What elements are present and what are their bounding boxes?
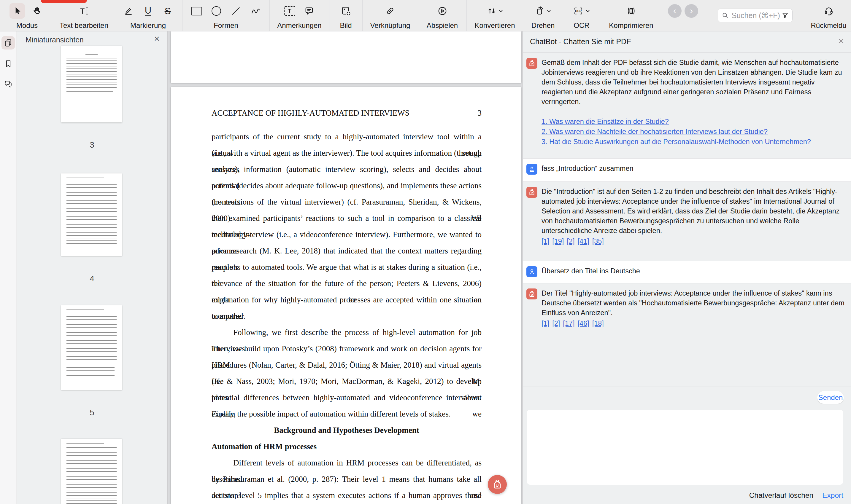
toolbar-group-abspielen: Abspielen (418, 0, 467, 31)
pdf-canvas[interactable]: ACCEPTANCE OF HIGHLY-AUTOMATED INTERVIEW… (168, 32, 522, 504)
pdf-page-number: 3 (478, 108, 482, 118)
toolbar-group-feedback: Rückmeldu (806, 0, 851, 31)
rectangle-tool-button[interactable] (189, 3, 205, 19)
rectangle-icon (191, 7, 202, 15)
search-input[interactable] (731, 11, 782, 20)
link-tool-button[interactable] (382, 3, 398, 19)
toolbar-group-modus: Modus (0, 0, 54, 31)
pdf-line: the reactions of the virtual interviewer… (212, 194, 482, 210)
line-tool-button[interactable] (228, 3, 244, 19)
bot-avatar (526, 187, 537, 198)
chatbot-panel-close-button[interactable]: × (838, 36, 844, 46)
page-thumbnail-3[interactable] (61, 46, 122, 123)
insert-image-button[interactable] (338, 3, 354, 19)
citation-link[interactable]: [46] (577, 320, 589, 327)
freehand-scribble-icon (250, 6, 261, 16)
citation-link[interactable]: [35] (592, 237, 604, 245)
citation-link[interactable]: [1] (541, 237, 549, 245)
bot-avatar (526, 58, 537, 69)
pdf-line: then examined participants’ reactions to… (212, 210, 482, 227)
thumbnails-panel-close-button[interactable]: × (154, 34, 160, 43)
person-icon (528, 268, 536, 275)
screen-recording-indicator-pill[interactable] (41, 0, 87, 3)
pdf-running-head: ACCEPTANCE OF HIGHLY-AUTOMATED INTERVIEW… (212, 108, 410, 118)
send-button[interactable]: Senden (817, 391, 844, 404)
chatbot-floating-button[interactable] (488, 475, 507, 494)
chat-bubbles-icon (4, 79, 13, 88)
toolbar-label-anmerkungen: Anmerkungen (277, 22, 322, 29)
toolbar-group-nav: ‹ › (662, 0, 704, 31)
citation-link[interactable]: [2] (567, 237, 574, 245)
rail-bookmarks-button[interactable] (1, 57, 15, 70)
page-thumbnail-label: 4 (17, 274, 167, 284)
image-add-icon (341, 6, 351, 16)
toolbar-group-search (704, 0, 806, 31)
underline-tool-button[interactable]: U (140, 3, 156, 19)
pdf-section-heading: Background and Hypotheses Development (212, 422, 482, 438)
compress-button[interactable] (623, 3, 639, 19)
underline-icon: U (145, 6, 151, 16)
clear-chat-history-button[interactable]: Chatverlauf löschen (749, 491, 814, 500)
export-chat-button[interactable]: Export (822, 491, 843, 500)
hand-tool-button[interactable] (29, 3, 45, 19)
freehand-tool-button[interactable] (248, 3, 263, 19)
rotate-button[interactable] (534, 3, 553, 19)
ocr-button[interactable]: OCR (572, 3, 591, 19)
chat-footer: Chatverlauf löschen Export (749, 491, 843, 500)
chat-message-body: Gemäß dem Inhalt der PDF befasst sich di… (541, 58, 845, 147)
comment-tool-button[interactable] (301, 3, 317, 19)
ellipse-tool-button[interactable] (209, 3, 224, 19)
filter-funnel-icon[interactable] (782, 12, 789, 19)
pdf-page-2-bottom (171, 32, 521, 83)
citation-link[interactable]: [41] (577, 237, 589, 245)
rail-thumbnails-button[interactable] (1, 36, 15, 50)
toolbar-group-markierung: U S Markierung (114, 0, 183, 31)
convert-button[interactable] (485, 3, 504, 19)
comment-bubble-icon (304, 6, 314, 16)
citation-link[interactable]: [2] (552, 320, 560, 327)
highlight-pen-button[interactable] (121, 3, 136, 19)
nav-forward-button[interactable]: › (684, 4, 698, 18)
chat-input[interactable] (527, 410, 843, 485)
text-edit-icon (78, 6, 90, 16)
text-box-tool-button[interactable]: T (282, 3, 297, 19)
toolbar-group-verknuepfung: Verknüpfung (363, 0, 418, 31)
suggested-questions: 1. Was waren die Einsätze in der Studie?… (541, 116, 845, 147)
page-thumbnail-5[interactable] (61, 305, 122, 390)
chevron-down-icon (546, 8, 551, 13)
suggested-question-link[interactable]: 3. Hat die Studie Auswirkungen auf die P… (541, 137, 845, 147)
chat-message-text: Die "Introduction" ist auf den Seiten 1-… (541, 188, 840, 234)
toolbar-label-abspielen: Abspielen (427, 22, 458, 29)
page-thumbnail-6[interactable] (61, 439, 122, 504)
text-edit-tool-button[interactable] (76, 3, 92, 19)
pdf-line: by Parasuraman et al. (2000, p. 287): Th… (212, 471, 482, 487)
pdf-line: mediated interview (i.e., a videoconfere… (212, 227, 482, 243)
toolbar-label-verknuepfung: Verknüpfung (370, 22, 410, 29)
pdf-page-body: participants of the current study to a h… (212, 129, 482, 504)
user-avatar (526, 164, 537, 175)
thumbnails-panel-title: Miniaturansichten (25, 36, 84, 44)
chevron-down-icon (499, 8, 503, 13)
citation-link[interactable]: [1] (541, 320, 549, 327)
cursor-tool-button[interactable] (10, 3, 25, 19)
robot-icon (528, 59, 536, 67)
page-thumbnail-4[interactable] (61, 174, 122, 256)
suggested-question-link[interactable]: 2. Was waren die Nachteile der hochatisi… (541, 127, 845, 137)
strikethrough-icon: S (165, 6, 171, 16)
nav-back-button[interactable]: ‹ (668, 4, 681, 18)
strikethrough-tool-button[interactable]: S (160, 3, 175, 19)
feedback-button[interactable] (821, 3, 836, 19)
rail-comments-button[interactable] (1, 77, 15, 90)
bot-avatar (526, 288, 537, 300)
play-button[interactable] (435, 3, 450, 19)
suggested-question-link[interactable]: 1. Was waren die Einsätze in der Studie? (541, 116, 845, 127)
toolbar-label-ocr: OCR (574, 22, 589, 29)
main-toolbar: Modus Text bearbeiten (0, 0, 851, 32)
search-box[interactable] (718, 8, 793, 22)
citation-links: [1][2][17][46][18] (541, 319, 845, 328)
citation-link[interactable]: [18] (592, 320, 604, 327)
page-thumbnail-label: 5 (17, 408, 167, 417)
robot-icon (492, 479, 503, 490)
citation-link[interactable]: [17] (563, 320, 574, 327)
citation-link[interactable]: [19] (552, 237, 564, 245)
